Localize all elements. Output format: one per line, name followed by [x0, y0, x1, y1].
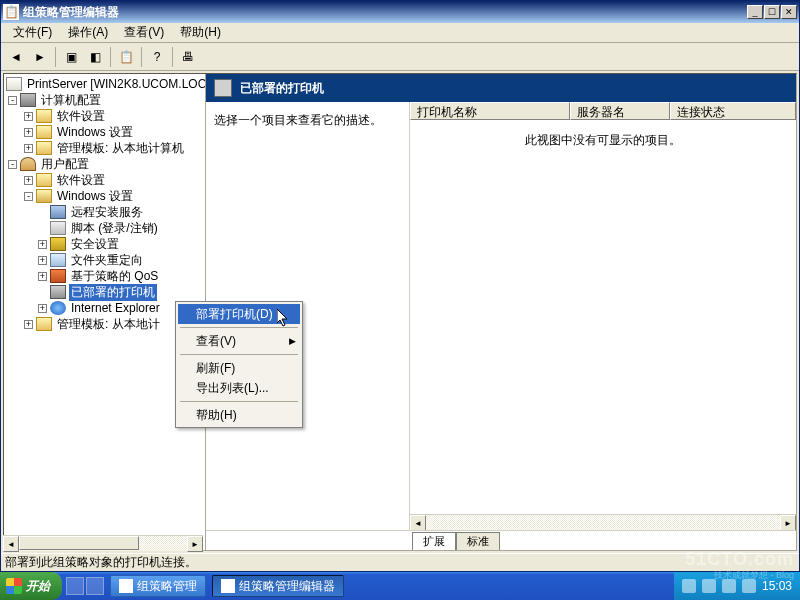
ctx-label: 导出列表(L)...	[196, 380, 269, 397]
tree-software-settings[interactable]: + 软件设置	[4, 108, 205, 124]
expand-icon[interactable]: +	[38, 240, 47, 249]
tree-root[interactable]: PrintServer [WIN2K8.UCOM.LOC	[4, 76, 205, 92]
ctx-label: 帮助(H)	[196, 407, 237, 424]
taskbar-task-gpeditor[interactable]: 组策略管理编辑器	[212, 575, 344, 597]
tree-label: 管理模板: 从本地计算机	[55, 140, 186, 157]
scroll-left-button[interactable]: ◄	[410, 515, 426, 531]
close-button[interactable]: ✕	[781, 5, 797, 19]
col-header-status[interactable]: 连接状态	[670, 102, 796, 120]
col-header-server[interactable]: 服务器名	[570, 102, 670, 120]
scroll-right-button[interactable]: ►	[780, 515, 796, 531]
context-menu: 部署打印机(D) 查看(V) ▶ 刷新(F) 导出列表(L)... 帮助(H)	[175, 301, 303, 428]
tree-software-settings-user[interactable]: + 软件设置	[4, 172, 205, 188]
tree-admin-templates[interactable]: + 管理模板: 从本地计算机	[4, 140, 205, 156]
tray-icon[interactable]	[682, 579, 696, 593]
tree-label: 基于策略的 QoS	[69, 268, 160, 285]
app-icon	[119, 579, 133, 593]
policy-icon	[6, 77, 22, 91]
folder-redirect-icon	[50, 253, 66, 267]
tree-label: 用户配置	[39, 156, 91, 173]
task-label: 组策略管理编辑器	[239, 578, 335, 595]
expand-icon[interactable]: +	[24, 144, 33, 153]
expand-icon[interactable]: +	[38, 304, 47, 313]
collapse-icon[interactable]: -	[8, 160, 17, 169]
detail-title: 已部署的打印机	[240, 80, 324, 97]
collapse-icon[interactable]: -	[24, 192, 33, 201]
up-button[interactable]: ▣	[60, 46, 82, 68]
ie-icon	[50, 301, 66, 315]
help-button[interactable]: ?	[146, 46, 168, 68]
taskbar: 开始 组策略管理 组策略管理编辑器 15:03	[0, 572, 800, 600]
ctx-label: 刷新(F)	[196, 360, 235, 377]
ctx-deploy-printer[interactable]: 部署打印机(D)	[178, 304, 300, 324]
ctx-view[interactable]: 查看(V) ▶	[178, 331, 300, 351]
tree-label: PrintServer [WIN2K8.UCOM.LOC	[25, 77, 206, 91]
tree-label: 计算机配置	[39, 92, 103, 109]
ctx-export-list[interactable]: 导出列表(L)...	[178, 378, 300, 398]
app-icon: 📋	[3, 4, 19, 20]
menu-help[interactable]: 帮助(H)	[172, 22, 229, 43]
scroll-track[interactable]	[426, 515, 780, 530]
show-hide-button[interactable]: ◧	[84, 46, 106, 68]
tab-standard[interactable]: 标准	[456, 532, 500, 550]
taskbar-task-gpmc[interactable]: 组策略管理	[110, 575, 206, 597]
export-button[interactable]: 📋	[115, 46, 137, 68]
start-label: 开始	[26, 578, 50, 595]
toolbar-separator	[110, 47, 111, 67]
printer-icon	[50, 285, 66, 299]
ctx-separator	[180, 354, 298, 355]
menu-file[interactable]: 文件(F)	[5, 22, 60, 43]
ctx-separator	[180, 401, 298, 402]
forward-button[interactable]: ►	[29, 46, 51, 68]
tree-security-settings[interactable]: + 安全设置	[4, 236, 205, 252]
printer-icon	[214, 79, 232, 97]
ql-explorer[interactable]	[86, 577, 104, 595]
tab-extended[interactable]: 扩展	[412, 532, 456, 550]
tree-policy-qos[interactable]: + 基于策略的 QoS	[4, 268, 205, 284]
app-icon	[221, 579, 235, 593]
description-prompt: 选择一个项目来查看它的描述。	[214, 113, 382, 127]
tree-computer-config[interactable]: - 计算机配置	[4, 92, 205, 108]
statusbar-text: 部署到此组策略对象的打印机连接。	[5, 554, 197, 571]
expand-icon[interactable]: +	[24, 112, 33, 121]
start-button[interactable]: 开始	[0, 572, 62, 600]
toolbar: ◄ ► ▣ ◧ 📋 ? 🖶	[1, 43, 799, 71]
tree-label: 软件设置	[55, 108, 107, 125]
expand-icon[interactable]: +	[24, 176, 33, 185]
maximize-button[interactable]: ☐	[764, 5, 780, 19]
ctx-label: 查看(V)	[196, 333, 236, 350]
printer-button[interactable]: 🖶	[177, 46, 199, 68]
tree-label-selected: 已部署的打印机	[69, 284, 157, 301]
titlebar[interactable]: 📋 组策略管理编辑器 _ ☐ ✕	[1, 1, 799, 23]
tree-windows-settings-user[interactable]: - Windows 设置	[4, 188, 205, 204]
ql-desktop[interactable]	[66, 577, 84, 595]
tree-deployed-printers[interactable]: 已部署的打印机	[4, 284, 205, 300]
toolbar-separator	[55, 47, 56, 67]
menu-view[interactable]: 查看(V)	[116, 22, 172, 43]
tree-folder-redirect[interactable]: + 文件夹重定向	[4, 252, 205, 268]
tree-user-config[interactable]: - 用户配置	[4, 156, 205, 172]
ctx-help[interactable]: 帮助(H)	[178, 405, 300, 425]
col-header-printer[interactable]: 打印机名称	[410, 102, 570, 120]
folder-icon	[36, 125, 52, 139]
scroll-thumb[interactable]	[19, 536, 139, 550]
expand-icon[interactable]: +	[24, 320, 33, 329]
scroll-right-button[interactable]: ►	[187, 536, 203, 550]
tree-remote-install[interactable]: 远程安装服务	[4, 204, 205, 220]
tree-scripts[interactable]: 脚本 (登录/注销)	[4, 220, 205, 236]
statusbar: 部署到此组策略对象的打印机连接。	[1, 553, 799, 571]
tree-windows-settings[interactable]: + Windows 设置	[4, 124, 205, 140]
expand-icon[interactable]: +	[38, 256, 47, 265]
minimize-button[interactable]: _	[747, 5, 763, 19]
scroll-left-button[interactable]: ◄	[4, 536, 19, 550]
expand-icon[interactable]: +	[38, 272, 47, 281]
scroll-track[interactable]	[19, 536, 187, 550]
back-button[interactable]: ◄	[5, 46, 27, 68]
expand-icon[interactable]: +	[24, 128, 33, 137]
tree-label: Windows 设置	[55, 124, 135, 141]
collapse-icon[interactable]: -	[8, 96, 17, 105]
tree-label: 管理模板: 从本地计	[55, 316, 162, 333]
ctx-refresh[interactable]: 刷新(F)	[178, 358, 300, 378]
menu-action[interactable]: 操作(A)	[60, 22, 116, 43]
tree-label: 安全设置	[69, 236, 121, 253]
